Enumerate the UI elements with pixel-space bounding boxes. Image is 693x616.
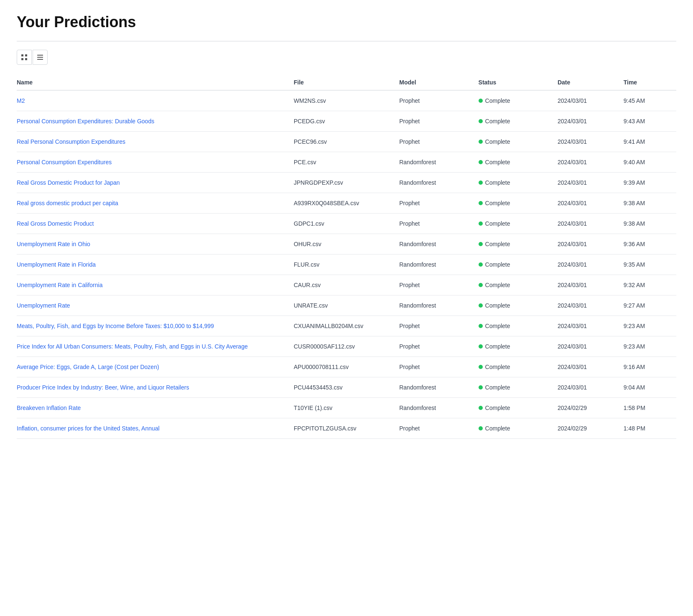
prediction-link[interactable]: Real gross domestic product per capita — [17, 200, 118, 206]
table-row: Real Personal Consumption ExpendituresPC… — [17, 132, 676, 152]
status-text: Complete — [485, 261, 510, 268]
status-text: Complete — [485, 118, 510, 125]
cell-model: Prophet — [399, 418, 478, 439]
cell-status: Complete — [479, 234, 558, 255]
status-dot — [479, 406, 483, 410]
prediction-link[interactable]: Unemployment Rate — [17, 302, 70, 309]
table-row: Inflation, consumer prices for the Unite… — [17, 418, 676, 439]
table-row: M2WM2NS.csvProphetComplete2024/03/019:45… — [17, 90, 676, 111]
cell-status: Complete — [479, 132, 558, 152]
col-header-time: Time — [624, 75, 676, 90]
cell-time: 9:32 AM — [624, 275, 676, 295]
status-dot — [479, 303, 483, 308]
table-row: Real Gross Domestic Product for JapanJPN… — [17, 173, 676, 193]
cell-model: Prophet — [399, 214, 478, 234]
table-row: Personal Consumption ExpendituresPCE.csv… — [17, 152, 676, 173]
list-icon — [37, 54, 43, 61]
cell-model: Prophet — [399, 90, 478, 111]
cell-status: Complete — [479, 173, 558, 193]
cell-name: Average Price: Eggs, Grade A, Large (Cos… — [17, 357, 294, 377]
cell-status: Complete — [479, 111, 558, 132]
cell-status: Complete — [479, 152, 558, 173]
status-text: Complete — [485, 200, 510, 206]
cell-time: 9:45 AM — [624, 90, 676, 111]
status-text: Complete — [485, 343, 510, 350]
svg-rect-5 — [37, 57, 43, 58]
cell-time: 9:04 AM — [624, 377, 676, 398]
prediction-link[interactable]: Inflation, consumer prices for the Unite… — [17, 425, 160, 432]
table-row: Real gross domestic product per capitaA9… — [17, 193, 676, 214]
cell-model: Prophet — [399, 132, 478, 152]
status-text: Complete — [485, 159, 510, 165]
prediction-link[interactable]: Unemployment Rate in Ohio — [17, 241, 90, 247]
status-text: Complete — [485, 282, 510, 288]
cell-date: 2024/03/01 — [558, 234, 624, 255]
table-row: Average Price: Eggs, Grade A, Large (Cos… — [17, 357, 676, 377]
table-row: Unemployment Rate in CaliforniaCAUR.csvP… — [17, 275, 676, 295]
prediction-link[interactable]: Personal Consumption Expenditures — [17, 159, 112, 165]
status-dot — [479, 262, 483, 267]
svg-rect-3 — [25, 58, 27, 60]
status-dot — [479, 426, 483, 430]
cell-name: Producer Price Index by Industry: Beer, … — [17, 377, 294, 398]
table-row: Unemployment Rate in OhioOHUR.csvRandomf… — [17, 234, 676, 255]
cell-status: Complete — [479, 336, 558, 357]
status-dot — [479, 221, 483, 226]
prediction-link[interactable]: Real Gross Domestic Product — [17, 220, 94, 227]
prediction-link[interactable]: Unemployment Rate in Florida — [17, 261, 96, 268]
status-text: Complete — [485, 138, 510, 145]
cell-file: T10YIE (1).csv — [294, 398, 399, 418]
prediction-link[interactable]: Breakeven Inflation Rate — [17, 405, 81, 411]
cell-time: 9:39 AM — [624, 173, 676, 193]
col-header-name: Name — [17, 75, 294, 90]
prediction-link[interactable]: Real Personal Consumption Expenditures — [17, 138, 125, 145]
cell-name: Real Gross Domestic Product — [17, 214, 294, 234]
cell-status: Complete — [479, 255, 558, 275]
status-dot — [479, 365, 483, 369]
cell-time: 1:48 PM — [624, 418, 676, 439]
cell-name: Price Index for All Urban Consumers: Mea… — [17, 336, 294, 357]
cell-model: Randomforest — [399, 173, 478, 193]
status-text: Complete — [485, 405, 510, 411]
cell-time: 9:23 AM — [624, 336, 676, 357]
divider — [17, 41, 676, 41]
cell-name: Personal Consumption Expenditures: Durab… — [17, 111, 294, 132]
cell-status: Complete — [479, 214, 558, 234]
prediction-link[interactable]: Meats, Poultry, Fish, and Eggs by Income… — [17, 323, 214, 329]
prediction-link[interactable]: M2 — [17, 97, 25, 104]
table-row: Price Index for All Urban Consumers: Mea… — [17, 336, 676, 357]
cell-name: Unemployment Rate in Florida — [17, 255, 294, 275]
prediction-link[interactable]: Average Price: Eggs, Grade A, Large (Cos… — [17, 364, 159, 370]
cell-time: 9:27 AM — [624, 295, 676, 316]
cell-model: Randomforest — [399, 398, 478, 418]
cell-name: Unemployment Rate in California — [17, 275, 294, 295]
cell-time: 9:23 AM — [624, 316, 676, 336]
list-view-button[interactable] — [33, 50, 48, 65]
cell-model: Prophet — [399, 357, 478, 377]
prediction-link[interactable]: Personal Consumption Expenditures: Durab… — [17, 118, 154, 125]
prediction-link[interactable]: Unemployment Rate in California — [17, 282, 102, 288]
status-dot — [479, 324, 483, 328]
cell-model: Prophet — [399, 336, 478, 357]
cell-file: CUSR0000SAF112.csv — [294, 336, 399, 357]
cell-status: Complete — [479, 418, 558, 439]
page-title: Your Predictions — [17, 13, 676, 31]
cell-name: Breakeven Inflation Rate — [17, 398, 294, 418]
grid-view-button[interactable] — [17, 50, 32, 65]
cell-time: 9:38 AM — [624, 193, 676, 214]
table-row: Personal Consumption Expenditures: Durab… — [17, 111, 676, 132]
cell-file: PCE.csv — [294, 152, 399, 173]
cell-file: FPCPITOTLZGUSA.csv — [294, 418, 399, 439]
cell-time: 9:40 AM — [624, 152, 676, 173]
status-text: Complete — [485, 323, 510, 329]
prediction-link[interactable]: Producer Price Index by Industry: Beer, … — [17, 384, 189, 391]
prediction-link[interactable]: Real Gross Domestic Product for Japan — [17, 179, 120, 186]
cell-status: Complete — [479, 357, 558, 377]
prediction-link[interactable]: Price Index for All Urban Consumers: Mea… — [17, 343, 248, 350]
cell-status: Complete — [479, 193, 558, 214]
status-dot — [479, 385, 483, 389]
grid-icon — [21, 54, 28, 61]
status-text: Complete — [485, 384, 510, 391]
cell-time: 9:16 AM — [624, 357, 676, 377]
cell-name: Real Gross Domestic Product for Japan — [17, 173, 294, 193]
